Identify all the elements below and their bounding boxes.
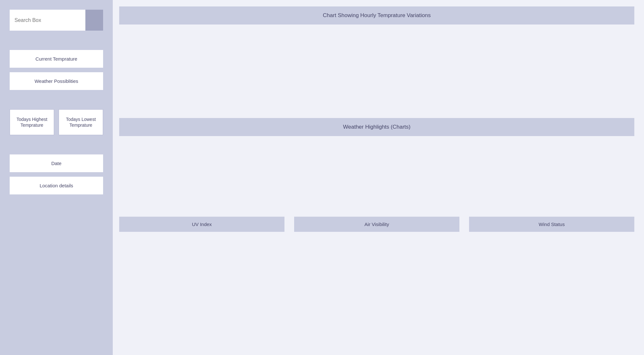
hourly-chart-section: Chart Showing Hourly Temprature Variatio… bbox=[119, 6, 634, 108]
current-temperature-button[interactable]: Current Temprature bbox=[10, 50, 103, 68]
lowest-temperature-button[interactable]: Todays Lowest Temprature bbox=[59, 109, 103, 135]
wind-status-card: Wind Status bbox=[469, 217, 634, 232]
sidebar-info: Date Location details bbox=[10, 154, 103, 194]
main-content: Chart Showing Hourly Temprature Variatio… bbox=[113, 0, 644, 355]
weather-possibilities-button[interactable]: Weather Possiblities bbox=[10, 72, 103, 90]
highlights-body bbox=[119, 136, 634, 207]
hourly-chart-header: Chart Showing Hourly Temprature Variatio… bbox=[119, 6, 634, 25]
highlights-section: Weather Highlights (Charts) bbox=[119, 118, 634, 207]
air-visibility-card: Air Visibility bbox=[294, 217, 459, 232]
location-details-button[interactable]: Location details bbox=[10, 177, 103, 194]
sidebar-nav: Current Temprature Weather Possiblities bbox=[10, 50, 103, 90]
wind-status-header: Wind Status bbox=[469, 217, 634, 232]
air-visibility-header: Air Visibility bbox=[294, 217, 459, 232]
main-inner: Chart Showing Hourly Temprature Variatio… bbox=[113, 0, 644, 242]
highlights-header: Weather Highlights (Charts) bbox=[119, 118, 634, 136]
search-button[interactable] bbox=[85, 10, 103, 31]
weather-cards-row: UV Index Air Visibility Wind Status bbox=[119, 217, 634, 232]
uv-index-card: UV Index bbox=[119, 217, 284, 232]
search-row bbox=[10, 10, 103, 31]
highest-temperature-button[interactable]: Todays Highest Temprature bbox=[10, 109, 54, 135]
temp-buttons-row: Todays Highest Temprature Todays Lowest … bbox=[10, 109, 103, 135]
uv-index-header: UV Index bbox=[119, 217, 284, 232]
sidebar: Current Temprature Weather Possiblities … bbox=[0, 0, 113, 355]
hourly-chart-body bbox=[119, 25, 634, 108]
search-input[interactable] bbox=[10, 10, 85, 31]
date-button[interactable]: Date bbox=[10, 154, 103, 172]
